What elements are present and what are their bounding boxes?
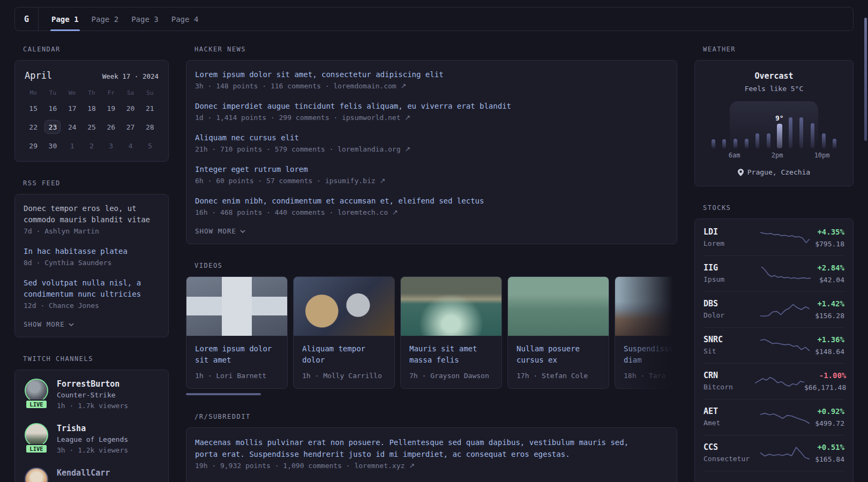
hn-item-title[interactable]: Aliquam nec cursus elit bbox=[195, 132, 668, 144]
calendar-weekday: Sa bbox=[127, 89, 134, 96]
stock-row[interactable]: IIG Ipsum +2.84% $42.04 bbox=[704, 255, 844, 291]
stock-name: Amet bbox=[704, 418, 755, 428]
weather-temp-label: 9° bbox=[775, 114, 784, 124]
stock-change: +0.51% bbox=[817, 442, 844, 453]
twitch-avatar-column: LIVE bbox=[24, 423, 49, 456]
calendar-day: 22 bbox=[25, 120, 41, 134]
stock-row[interactable]: DBS Dolor +1.42% $156.28 bbox=[704, 291, 844, 327]
stock-row[interactable]: AHS +0.46% bbox=[704, 471, 844, 482]
twitch-channel-name[interactable]: KendallCarr bbox=[57, 468, 110, 478]
page-tab[interactable]: Page 2 bbox=[92, 7, 119, 31]
twitch-channel-name[interactable]: ForrestBurton bbox=[57, 379, 128, 389]
live-badge: LIVE bbox=[25, 400, 47, 409]
video-card[interactable]: Suspendisse diam 18h · Tara bbox=[615, 276, 677, 389]
external-link-icon[interactable]: ↗ bbox=[392, 208, 398, 216]
external-link-icon[interactable]: ↗ bbox=[379, 177, 385, 185]
stock-name: Dolor bbox=[704, 310, 755, 321]
hn-item-title[interactable]: Integer eget rutrum lorem bbox=[195, 164, 668, 175]
hn-item-title[interactable]: Donec imperdiet augue tincidunt felis al… bbox=[195, 101, 668, 112]
weather-bar-column bbox=[708, 101, 719, 148]
video-thumbnail bbox=[508, 277, 609, 336]
nav-bar: G Page 1 Page 2 Page 3 Page 4 bbox=[14, 7, 854, 31]
hn-item-meta: 21h · 710 points · 579 comments · loreml… bbox=[195, 144, 668, 155]
rss-item-title[interactable]: Sed volutpat nulla nisl, a condimentum n… bbox=[24, 277, 160, 300]
video-meta: 1h · Lori Barnett bbox=[195, 372, 279, 380]
external-link-icon[interactable]: ↗ bbox=[405, 145, 410, 153]
video-card[interactable]: Nullam posuere cursus ex 17h · Stefan Co… bbox=[507, 276, 609, 389]
weather-bar-column bbox=[752, 101, 763, 148]
external-link-icon[interactable]: ↗ bbox=[405, 114, 410, 122]
stock-row[interactable]: SNRC Sit +1.36% $148.64 bbox=[704, 327, 844, 363]
stock-row[interactable]: CCS Consectetur +0.51% $165.84 bbox=[704, 435, 844, 471]
page-tab[interactable]: Page 3 bbox=[131, 7, 159, 31]
stock-row[interactable]: AET Amet +0.92% $499.72 bbox=[704, 399, 844, 435]
video-card[interactable]: Mauris sit amet massa felis 7h · Grayson… bbox=[400, 276, 502, 389]
twitch-channel-row[interactable]: LIVE ForrestBurton Counter-Strike 1h · 1… bbox=[24, 379, 160, 411]
stocks-card: LDI Lorem +4.35% $795.18 bbox=[694, 219, 854, 482]
rss-item: Donec tempor eros leo, ut commodo mauris… bbox=[24, 203, 160, 237]
twitch-channel-name[interactable]: Trisha bbox=[57, 423, 128, 434]
twitch-avatar-column bbox=[24, 468, 49, 482]
calendar-day: 30 bbox=[44, 139, 61, 153]
page-scrollbar-thumb[interactable] bbox=[864, 18, 867, 141]
video-card[interactable]: Aliquam tempor dolor nec pharetra… 1h · … bbox=[293, 276, 395, 389]
stock-sparkline bbox=[761, 478, 811, 482]
weather-x-label bbox=[761, 152, 771, 159]
calendar-day: 17 bbox=[64, 101, 80, 115]
dashboard-page: G Page 1 Page 2 Page 3 Page 4 bbox=[0, 0, 868, 482]
video-title[interactable]: Lorem ipsum dolor sit amet consectetu… bbox=[195, 343, 279, 366]
video-title[interactable]: Nullam posuere cursus ex bbox=[517, 343, 600, 366]
video-thumbnail bbox=[186, 277, 287, 336]
stock-row[interactable]: LDI Lorem +4.35% $795.18 bbox=[704, 220, 844, 255]
page-tab[interactable]: Page 4 bbox=[171, 7, 199, 31]
rss-show-more-button[interactable]: SHOW MORE bbox=[24, 320, 160, 328]
calendar-day: 23 bbox=[44, 120, 61, 134]
rss-item-title[interactable]: In hac habitasse platea bbox=[24, 246, 160, 257]
stock-row[interactable]: CRN Bitcorn -1.00% $66,171.48 bbox=[704, 363, 844, 399]
hn-show-more-button[interactable]: SHOW MORE bbox=[195, 227, 668, 235]
video-title[interactable]: Suspendisse diam bbox=[624, 343, 677, 366]
calendar-day: 25 bbox=[84, 120, 100, 134]
video-title[interactable]: Mauris sit amet massa felis bbox=[409, 343, 493, 366]
calendar-section: CALENDAR April Week 17 · 2024 Mo Tu We bbox=[14, 46, 169, 162]
videos-carousel-track: Lorem ipsum dolor sit amet consectetu… 1… bbox=[186, 276, 677, 389]
calendar-day: 27 bbox=[123, 120, 139, 134]
app-logo[interactable]: G bbox=[15, 7, 39, 31]
hn-item-title[interactable]: Donec enim nibh, condimentum et accumsan… bbox=[195, 195, 668, 207]
videos-section: VIDEOS Lorem ipsum dolor sit amet consec… bbox=[186, 262, 677, 395]
page-tab[interactable]: Page 1 bbox=[51, 7, 79, 31]
weather-bar bbox=[811, 123, 814, 148]
video-card[interactable]: Lorem ipsum dolor sit amet consectetu… 1… bbox=[186, 276, 288, 389]
hn-item: Donec enim nibh, condimentum et accumsan… bbox=[195, 195, 668, 218]
subreddit-post-title[interactable]: Maecenas mollis pulvinar erat non posuer… bbox=[195, 436, 668, 460]
stock-symbol: CRN bbox=[704, 370, 755, 381]
twitch-channel-meta: 1h · 1.7k viewers bbox=[57, 401, 128, 411]
weather-bar-chart: 9° bbox=[708, 101, 840, 148]
rss-item-title[interactable]: Donec tempor eros leo, ut commodo mauris… bbox=[24, 203, 160, 225]
weather-condition: Overcast bbox=[704, 71, 844, 81]
weather-x-label bbox=[794, 152, 804, 159]
weather-x-label bbox=[708, 152, 718, 159]
hn-item: Aliquam nec cursus elit 21h · 710 points… bbox=[195, 132, 668, 155]
calendar-day: 16 bbox=[44, 101, 61, 115]
stock-sparkline bbox=[755, 372, 804, 390]
stock-identity: SNRC Sit bbox=[704, 334, 755, 357]
stock-sparkline bbox=[760, 444, 810, 462]
twitch-channel-row[interactable]: LIVE Trisha League of Legends 3h · 1.2k … bbox=[24, 423, 160, 456]
twitch-channel-meta: 3h · 1.2k viewers bbox=[57, 445, 128, 456]
subreddit-post-meta-text: 19h · 9,932 points · 1,090 comments · lo… bbox=[195, 462, 405, 470]
video-title[interactable]: Aliquam tempor dolor nec pharetra… bbox=[302, 343, 386, 366]
external-link-icon[interactable]: ↗ bbox=[401, 82, 407, 90]
page-tab-label: Page 3 bbox=[131, 15, 159, 24]
calendar-day: 18 bbox=[84, 101, 100, 115]
hn-item-title[interactable]: Lorem ipsum dolor sit amet, consectetur … bbox=[195, 69, 668, 80]
hn-item: Lorem ipsum dolor sit amet, consectetur … bbox=[195, 69, 668, 92]
twitch-channel-row[interactable]: KendallCarr bbox=[24, 468, 160, 482]
stock-name: Sit bbox=[704, 346, 755, 357]
rss-item-meta: 7d · Ashlyn Martin bbox=[24, 225, 160, 237]
carousel-scrollbar-thumb[interactable] bbox=[186, 393, 261, 395]
external-link-icon[interactable]: ↗ bbox=[409, 462, 415, 470]
stock-name: Lorem bbox=[704, 238, 755, 249]
section-header-calendar: CALENDAR bbox=[23, 46, 169, 53]
stock-change: +2.84% bbox=[817, 263, 844, 273]
